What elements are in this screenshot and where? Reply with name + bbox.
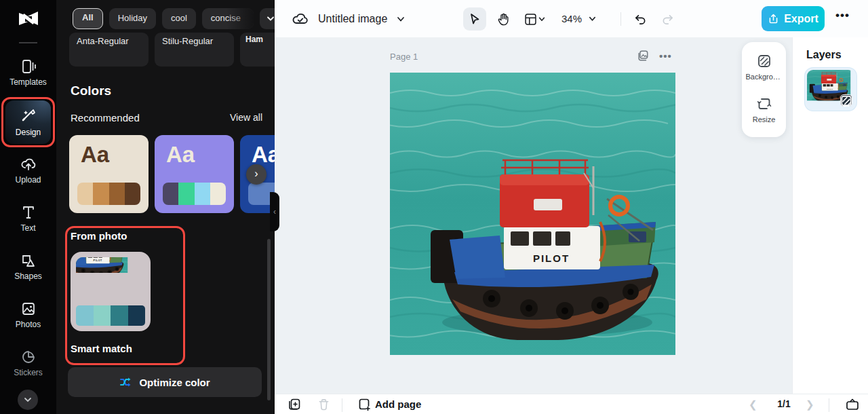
sidebar-item-shapes[interactable]: Shapes (0, 252, 56, 281)
filter-chip-all[interactable]: All (73, 8, 103, 29)
bottombar-divider (829, 398, 829, 412)
text-icon (20, 204, 37, 221)
palette-card[interactable]: Aa (155, 135, 234, 213)
document-title: Untitled image (318, 13, 387, 25)
sidebar-item-text[interactable]: Text (0, 204, 56, 233)
font-card[interactable]: Ham (240, 33, 275, 67)
chevron-down-icon (538, 15, 546, 23)
smart-match-label: Smart match (71, 343, 132, 354)
toolbar-divider (620, 12, 621, 26)
background-button[interactable]: Background (745, 53, 784, 81)
cloud-saved-icon (292, 10, 309, 28)
toolbar-more-button[interactable]: ••• (835, 9, 850, 22)
page-more-button[interactable]: ••• (659, 50, 672, 62)
hand-icon (496, 12, 511, 26)
present-preview-icon[interactable] (845, 397, 860, 412)
layers-panel: Layers (792, 37, 868, 394)
duplicate-page-image-icon[interactable] (637, 50, 649, 62)
bottombar-divider (342, 398, 342, 412)
export-button[interactable]: Export (762, 6, 825, 31)
app-window: Templates Design Upload Text (0, 0, 868, 414)
palette-card-row: Aa Aa Aa (69, 135, 275, 213)
hand-tool-button[interactable] (492, 7, 515, 31)
sidebar-item-design[interactable]: Design (5, 100, 51, 144)
sidebar-item-stickers[interactable]: Stickers (0, 349, 56, 377)
layers-title: Layers (806, 49, 842, 61)
duplicate-page-icon[interactable] (288, 398, 301, 411)
undo-icon (633, 12, 648, 26)
redo-icon (660, 12, 675, 26)
sidebar-item-upload[interactable]: Upload (0, 156, 56, 185)
zoom-control[interactable]: 34% (561, 0, 597, 37)
sidebar-item-photos[interactable]: Photos (0, 301, 56, 329)
filter-expand-button[interactable] (260, 8, 275, 29)
layer-thumbnail (807, 70, 854, 109)
page-canvas-image[interactable] (390, 73, 675, 355)
chevron-down-icon (23, 395, 33, 404)
filter-chip-holiday[interactable]: Holiday (109, 8, 156, 29)
font-card-row: Anta-Regular Stilu-Regular Ham (69, 33, 275, 67)
layout-frame-icon (524, 12, 538, 26)
design-icon (20, 107, 37, 123)
sidebar-item-templates[interactable]: Templates (0, 58, 56, 87)
layer-background-badge (840, 94, 852, 107)
shapes-icon (20, 252, 37, 269)
zoom-level: 34% (561, 13, 582, 24)
optimize-color-button[interactable]: Optimize color (68, 367, 262, 397)
from-photo-thumbnail (76, 257, 145, 302)
recommended-row: Recommended View all (71, 112, 262, 124)
shuffle-icon (119, 375, 133, 389)
next-page-button[interactable]: ❯ (806, 394, 814, 414)
background-icon (756, 53, 772, 69)
page-actions: ••• (637, 50, 672, 62)
palette-card[interactable]: Aa (69, 135, 149, 213)
export-share-icon (768, 13, 779, 24)
recommended-label: Recommended (71, 112, 140, 124)
add-page-icon[interactable] (357, 398, 371, 411)
upload-cloud-icon (20, 156, 37, 172)
palette-sample-text: Aa (81, 142, 109, 168)
redo-button[interactable] (656, 7, 679, 31)
background-label: Background (746, 73, 783, 81)
from-photo-palette-card[interactable] (71, 252, 151, 331)
quick-actions-pill: Background Resize (742, 42, 786, 137)
select-tool-button[interactable] (463, 7, 486, 31)
sidebar-divider (19, 42, 37, 43)
background-icon (841, 81, 852, 109)
filter-chip-concise[interactable]: concise (202, 8, 254, 29)
photos-icon (20, 301, 37, 317)
prev-page-button[interactable]: ❮ (749, 394, 757, 414)
palette-sample-text: Aa (166, 142, 195, 168)
optimize-color-label: Optimize color (139, 377, 210, 388)
resize-label: Resize (746, 115, 783, 124)
page-label: Page 1 (390, 52, 418, 62)
delete-page-icon[interactable] (317, 398, 330, 411)
stickers-icon (20, 349, 37, 365)
top-toolbar: Untitled image 34% (275, 0, 868, 37)
panel-scrollbar[interactable] (267, 239, 271, 400)
from-photo-title: From photo (71, 230, 127, 242)
cursor-icon (468, 12, 481, 26)
filter-chip-cool[interactable]: cool (162, 8, 196, 29)
add-page-button[interactable]: Add page (375, 394, 421, 414)
chevron-down-icon (266, 8, 275, 29)
capcut-logo-icon[interactable] (0, 7, 56, 34)
palette-carousel-next-button[interactable]: › (246, 164, 267, 185)
export-label: Export (784, 13, 818, 25)
chevron-down-icon[interactable] (396, 14, 406, 24)
design-panel: All Holiday cool concise Anta-Regular St… (56, 0, 275, 414)
document-title-group[interactable]: Untitled image (292, 0, 406, 37)
undo-button[interactable] (629, 7, 652, 31)
font-card[interactable]: Anta-Regular (69, 33, 149, 67)
font-card[interactable]: Stilu-Regular (155, 33, 234, 67)
palette-swatches (163, 183, 226, 205)
panel-collapse-handle[interactable]: ‹ (270, 192, 279, 231)
layer-item-selected[interactable] (805, 68, 856, 111)
resize-icon (756, 96, 772, 112)
resize-button[interactable]: Resize (745, 96, 784, 124)
sidebar-more-button[interactable] (18, 390, 38, 410)
from-photo-swatches (76, 305, 145, 326)
canvas-workspace[interactable]: Page 1 ••• Background (275, 37, 792, 394)
layout-tool-button[interactable] (519, 7, 550, 31)
view-all-link[interactable]: View all (230, 112, 262, 124)
